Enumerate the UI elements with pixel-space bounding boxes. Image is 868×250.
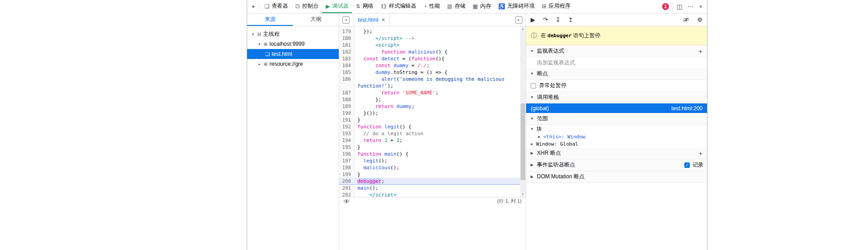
code-line[interactable]: function!'); xyxy=(355,83,520,89)
line-number[interactable]: 192 xyxy=(339,123,354,130)
line-number[interactable]: 196 xyxy=(339,151,354,157)
twisty-icon[interactable]: ▸ xyxy=(257,62,262,66)
code-line[interactable]: main(); xyxy=(355,185,520,191)
line-number[interactable]: 182 xyxy=(339,49,354,55)
tool-tab-memory[interactable]: ▦内存 xyxy=(469,0,494,13)
code-line[interactable]: const detect = (function(){ xyxy=(355,55,520,62)
debugger-settings-button[interactable]: ⚙ xyxy=(697,16,702,23)
code-line[interactable]: return dummy; xyxy=(355,103,520,110)
tool-tab-application[interactable]: ⊞应用程序 xyxy=(538,0,574,13)
tool-tab-accessibility[interactable]: ♿无障碍环境 xyxy=(495,0,538,13)
line-number[interactable]: 200 xyxy=(339,178,354,185)
add-xhr-breakpoint-button[interactable]: + xyxy=(697,149,703,157)
code-line[interactable]: legit(); xyxy=(355,157,520,164)
call-stack-header[interactable]: ▼ 调用堆栈 xyxy=(526,92,707,103)
twisty-icon[interactable]: ▾ xyxy=(251,32,255,36)
code-line[interactable]: }()); xyxy=(355,110,520,117)
code-line[interactable]: </script> xyxy=(355,191,520,197)
code-line[interactable]: function legit() { xyxy=(355,123,520,130)
line-number[interactable]: 187 xyxy=(339,89,354,96)
breakpoints-header[interactable]: ▼ 断点 xyxy=(526,68,707,80)
node-picker-button[interactable]: ⌖ xyxy=(249,0,258,13)
line-number[interactable]: 202 xyxy=(339,191,354,197)
tool-tab-network[interactable]: ⇅网络 xyxy=(352,0,377,13)
source-tab-test-html[interactable]: test.html × xyxy=(353,14,390,26)
error-count-badge[interactable]: 1 xyxy=(662,3,669,10)
line-number[interactable]: 180 xyxy=(339,35,354,42)
editor-code[interactable]: }); </script> --> <script> function mali… xyxy=(355,26,520,197)
editor-gutter[interactable]: 1791801811821831841851861871881891901911… xyxy=(339,26,355,197)
code-line[interactable]: malicious(); xyxy=(355,164,520,171)
step-out-button[interactable]: ↥ xyxy=(568,16,573,23)
code-line[interactable]: function malicious() { xyxy=(355,49,520,55)
line-number[interactable]: 184 xyxy=(339,62,354,69)
tree-item-main-thread[interactable]: ▾ ⊟ 主线程 xyxy=(247,29,339,39)
tree-item-test-html[interactable]: ❏ test.html xyxy=(247,49,339,59)
line-number[interactable]: 188 xyxy=(339,96,354,103)
split-console-button[interactable]: ◫ xyxy=(674,3,685,10)
line-number[interactable]: 199 xyxy=(339,171,354,178)
devtools-menu-button[interactable]: ⋯ xyxy=(685,3,696,10)
code-line[interactable]: } xyxy=(355,117,520,123)
watch-expressions-header[interactable]: ▼ 监视表达式 + xyxy=(526,45,707,57)
tab-outline[interactable]: 大纲 xyxy=(293,14,339,26)
code-line[interactable]: return 1 + 1; xyxy=(355,137,520,144)
add-watch-expression-field[interactable]: 添加监视表达式 xyxy=(526,57,707,68)
tool-tab-console[interactable]: ⊡控制台 xyxy=(292,0,322,13)
close-devtools-button[interactable]: × xyxy=(696,3,705,10)
ignore-sources-button[interactable] xyxy=(683,16,689,23)
code-line[interactable]: } xyxy=(355,171,520,178)
collapse-sources-button[interactable]: ◂ xyxy=(342,16,350,24)
code-line[interactable]: // do a legit action xyxy=(355,130,520,137)
scope-this-row[interactable]: ▶ <this>: Window xyxy=(526,133,707,140)
add-watch-expression-button[interactable]: + xyxy=(697,47,703,55)
code-line[interactable]: function main() { xyxy=(355,151,520,157)
code-line[interactable]: const dummy = /./; xyxy=(355,62,520,69)
tree-item-localhost[interactable]: ▾ ⊕ localhost:9999 xyxy=(247,39,339,49)
close-tab-icon[interactable]: × xyxy=(381,16,385,23)
event-listener-breakpoints-header[interactable]: ▶ 事件监听器断点 ✓ 记录 xyxy=(526,159,707,171)
step-over-button[interactable]: ↷ xyxy=(543,16,548,23)
pause-on-exceptions-checkbox[interactable] xyxy=(531,83,536,88)
scopes-header[interactable]: ▼ 范围 xyxy=(526,113,707,125)
line-number[interactable]: 193 xyxy=(339,130,354,137)
tool-tab-style-editor[interactable]: {}样式编辑器 xyxy=(377,0,419,13)
line-number[interactable]: 186 xyxy=(339,76,354,83)
tool-tab-storage[interactable]: ▤存储 xyxy=(444,0,469,13)
tool-tab-debugger[interactable]: ▶调试器 xyxy=(322,0,352,13)
scroll-down-icon[interactable]: ▾ xyxy=(520,191,526,197)
call-stack-frame-global[interactable]: (global) test.html:200 xyxy=(526,103,707,113)
line-number[interactable]: 201 xyxy=(339,185,354,191)
code-line[interactable]: <script> xyxy=(355,42,520,49)
xhr-breakpoints-header[interactable]: ▶ XHR 断点 + xyxy=(526,147,707,159)
line-number[interactable]: 179 xyxy=(339,28,354,35)
code-line[interactable]: </script> --> xyxy=(355,35,520,42)
code-line[interactable]: alert('someone is debugging the maliciou… xyxy=(355,76,520,83)
scope-block-row[interactable]: ▼ 块 xyxy=(526,125,707,133)
ignore-source-icon[interactable] xyxy=(343,199,350,204)
line-number[interactable] xyxy=(339,83,354,89)
line-number[interactable]: 191 xyxy=(339,117,354,123)
tool-tab-inspector[interactable]: ❏查看器 xyxy=(261,0,292,13)
line-number[interactable]: 198 xyxy=(339,164,354,171)
code-line[interactable]: }; xyxy=(355,96,520,103)
scroll-up-icon[interactable]: ▴ xyxy=(520,26,526,32)
twisty-icon[interactable]: ▾ xyxy=(257,42,262,46)
resume-button[interactable]: ▶ xyxy=(531,16,535,23)
line-number[interactable]: 185 xyxy=(339,69,354,76)
editor-scrollbar[interactable]: ▴ ▾ xyxy=(520,26,526,197)
step-in-button[interactable]: ↧ xyxy=(556,16,561,23)
dom-mutation-breakpoints-header[interactable]: ▶ DOM Mutation 断点 xyxy=(526,171,707,183)
scrollbar-thumb[interactable] xyxy=(521,103,525,180)
code-line[interactable]: }); xyxy=(355,28,520,35)
tree-item-resource-gre[interactable]: ▸ ⊕ resource://gre xyxy=(247,59,339,69)
line-number[interactable]: 181 xyxy=(339,42,354,49)
expand-panes-button[interactable]: ▸ xyxy=(515,16,522,24)
line-number[interactable]: 183 xyxy=(339,55,354,62)
line-number[interactable]: 190 xyxy=(339,110,354,117)
tab-sources[interactable]: 来源 xyxy=(247,14,293,26)
line-number[interactable]: 189 xyxy=(339,103,354,110)
line-number[interactable]: 197 xyxy=(339,157,354,164)
line-number[interactable]: 194 xyxy=(339,137,354,144)
scrollbar-track[interactable] xyxy=(520,32,526,191)
